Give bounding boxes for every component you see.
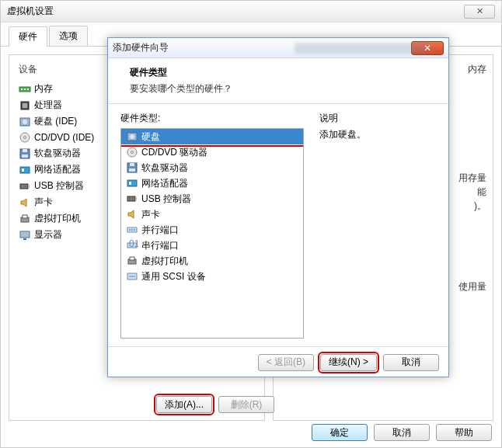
wizard-title: 添加硬件向导: [113, 41, 169, 54]
wizard-footer: < 返回(B) 继续(N) > 取消: [108, 346, 448, 377]
wizard-header: 硬件类型 要安装哪个类型的硬件？: [108, 58, 448, 104]
device-label: 硬盘 (IDE): [34, 115, 77, 128]
description-text: 添加硬盘。: [319, 128, 436, 141]
hw-item-label: 虚拟打印机: [141, 255, 188, 268]
nic-icon: [19, 164, 31, 176]
next-button[interactable]: 继续(N) >: [320, 354, 377, 371]
hw-type-label: 硬件类型:: [120, 112, 304, 125]
hw-item-usb[interactable]: USB 控制器: [121, 191, 303, 207]
help-button[interactable]: 帮助: [436, 424, 492, 441]
detail-text-fragment: 内存: [468, 63, 486, 76]
sound-icon: [126, 208, 138, 221]
hdd-icon: [19, 116, 31, 128]
description-title: 说明: [319, 112, 436, 125]
usb-icon: [126, 193, 138, 205]
cd-icon: [126, 146, 138, 158]
hdd-icon: [126, 130, 138, 143]
hw-item-scsi[interactable]: 通用 SCSI 设备: [121, 269, 303, 284]
wizard-cancel-button[interactable]: 取消: [383, 354, 439, 371]
hw-item-serial[interactable]: 串行端口: [121, 238, 303, 253]
device-label: 网络适配器: [34, 163, 81, 176]
serial-port-icon: [126, 239, 138, 252]
ok-button[interactable]: 确定: [312, 424, 368, 441]
remove-hardware-button[interactable]: 删除(R): [218, 396, 274, 413]
scsi-icon: [126, 270, 138, 283]
device-label: CD/DVD (IDE): [34, 132, 94, 143]
printer-icon: [19, 213, 31, 225]
hw-item-label: 网络适配器: [141, 177, 188, 190]
hw-type-listbox[interactable]: 硬盘 CD/DVD 驱动器 软盘驱动器 网络适配器 USB 控制器 声卡 并行端…: [120, 128, 304, 339]
sound-icon: [19, 196, 31, 209]
printer-icon: [126, 255, 138, 267]
floppy-icon: [19, 148, 31, 160]
detail-text-fragment: )。: [474, 200, 486, 213]
hw-item-hdd[interactable]: 硬盘: [121, 129, 303, 144]
hw-item-parallel[interactable]: 并行端口: [121, 222, 303, 238]
device-label: 处理器: [34, 99, 62, 112]
hw-item-label: USB 控制器: [141, 193, 191, 206]
display-icon: [19, 229, 31, 241]
hw-item-floppy[interactable]: 软盘驱动器: [121, 160, 303, 175]
hw-item-label: 硬盘: [141, 130, 160, 144]
hw-item-sound[interactable]: 声卡: [121, 207, 303, 222]
nic-icon: [126, 177, 138, 189]
device-label: 虚拟打印机: [34, 212, 81, 225]
memory-icon: [19, 83, 31, 96]
floppy-icon: [126, 161, 138, 174]
hw-item-cd[interactable]: CD/DVD 驱动器: [121, 144, 303, 160]
hw-description-panel: 说明 添加硬盘。: [319, 112, 436, 339]
device-label: USB 控制器: [34, 179, 84, 193]
hw-item-label: 串行端口: [141, 239, 179, 252]
device-label: 显示器: [34, 228, 62, 241]
hw-item-label: 通用 SCSI 设备: [141, 270, 206, 283]
blurred-region: [295, 43, 427, 54]
device-label: 内存: [34, 82, 53, 96]
detail-text-fragment: 能: [477, 186, 486, 199]
cpu-icon: [19, 99, 31, 112]
hw-item-label: 声卡: [141, 208, 160, 221]
back-button[interactable]: < 返回(B): [258, 354, 314, 371]
hw-item-label: 软盘驱动器: [141, 161, 188, 175]
hw-item-label: CD/DVD 驱动器: [141, 146, 207, 159]
outer-titlebar: 虚拟机设置 ✕: [1, 1, 501, 23]
wizard-titlebar: 添加硬件向导 ✕: [108, 38, 448, 58]
wizard-header-subtitle: 要安装哪个类型的硬件？: [130, 82, 436, 96]
tab-options[interactable]: 选项: [49, 26, 88, 46]
detail-text-fragment: 使用量: [458, 280, 486, 293]
outer-title: 虚拟机设置: [7, 5, 54, 18]
parallel-port-icon: [126, 224, 138, 236]
hw-item-label: 并行端口: [141, 224, 179, 237]
hw-item-vprint[interactable]: 虚拟打印机: [121, 253, 303, 269]
usb-icon: [19, 180, 31, 193]
tab-hardware[interactable]: 硬件: [9, 26, 47, 47]
device-label: 声卡: [34, 196, 53, 209]
detail-text-fragment: 用存量: [458, 172, 486, 185]
cd-icon: [19, 131, 31, 144]
outer-close-button[interactable]: ✕: [464, 5, 495, 19]
wizard-header-title: 硬件类型: [130, 66, 436, 79]
cancel-button[interactable]: 取消: [374, 424, 430, 441]
hw-item-nic[interactable]: 网络适配器: [121, 175, 303, 191]
add-hardware-wizard: 添加硬件向导 ✕ 硬件类型 要安装哪个类型的硬件？ 硬件类型: 硬盘 CD/DV…: [107, 37, 449, 377]
add-hardware-button[interactable]: 添加(A)...: [156, 396, 212, 413]
col-device-label: 设备: [19, 63, 37, 76]
device-label: 软盘驱动器: [34, 147, 81, 160]
